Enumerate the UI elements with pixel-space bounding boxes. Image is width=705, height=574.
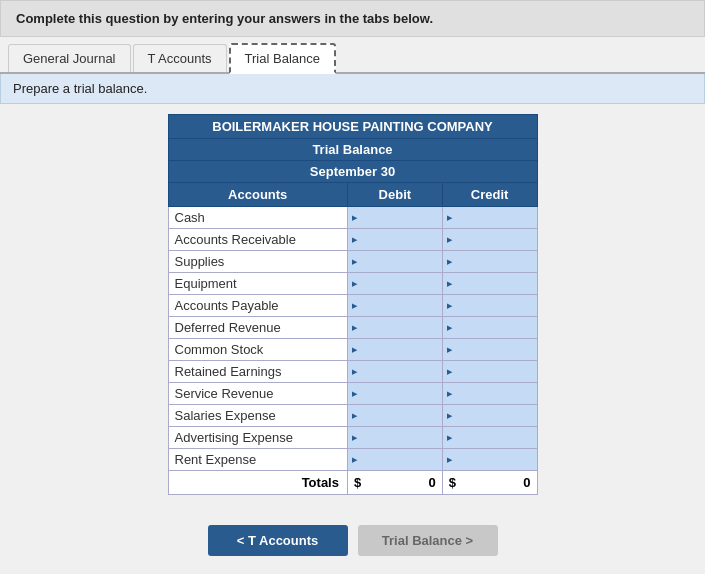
account-name-cell: Common Stock — [168, 339, 347, 361]
debit-input[interactable] — [359, 430, 438, 445]
debit-cell[interactable] — [347, 405, 442, 427]
credit-cell[interactable] — [442, 273, 537, 295]
credit-cell[interactable] — [442, 295, 537, 317]
debit-cell[interactable] — [347, 383, 442, 405]
credit-input[interactable] — [454, 232, 533, 247]
credit-cell[interactable] — [442, 383, 537, 405]
credit-input[interactable] — [454, 430, 533, 445]
debit-cell[interactable] — [347, 251, 442, 273]
credit-cell[interactable] — [442, 449, 537, 471]
table-title-header: Trial Balance — [168, 139, 537, 161]
credit-input[interactable] — [454, 298, 533, 313]
account-name-cell: Service Revenue — [168, 383, 347, 405]
tab-t-accounts[interactable]: T Accounts — [133, 44, 227, 72]
debit-cell[interactable] — [347, 339, 442, 361]
credit-input[interactable] — [454, 276, 533, 291]
account-name-cell: Accounts Payable — [168, 295, 347, 317]
credit-cell[interactable] — [442, 251, 537, 273]
debit-input[interactable] — [359, 364, 438, 379]
table-row: Advertising Expense — [168, 427, 537, 449]
table-row: Equipment — [168, 273, 537, 295]
debit-cell[interactable] — [347, 273, 442, 295]
debit-input[interactable] — [359, 298, 438, 313]
credit-cell[interactable] — [442, 405, 537, 427]
table-row: Supplies — [168, 251, 537, 273]
credit-input[interactable] — [454, 364, 533, 379]
debit-input[interactable] — [359, 320, 438, 335]
table-row: Accounts Payable — [168, 295, 537, 317]
account-name-cell: Cash — [168, 207, 347, 229]
tab-trial-balance[interactable]: Trial Balance — [229, 43, 336, 74]
debit-cell[interactable] — [347, 207, 442, 229]
credit-cell[interactable] — [442, 207, 537, 229]
debit-cell[interactable] — [347, 361, 442, 383]
debit-total-cell: $0 — [347, 471, 442, 495]
col-header-accounts: Accounts — [168, 183, 347, 207]
instruction-bar: Complete this question by entering your … — [0, 0, 705, 37]
table-date-header: September 30 — [168, 161, 537, 183]
account-name-cell: Supplies — [168, 251, 347, 273]
credit-cell[interactable] — [442, 229, 537, 251]
credit-cell[interactable] — [442, 339, 537, 361]
table-row: Deferred Revenue — [168, 317, 537, 339]
page-wrapper: Complete this question by entering your … — [0, 0, 705, 571]
table-row: Service Revenue — [168, 383, 537, 405]
credit-input[interactable] — [454, 386, 533, 401]
credit-input[interactable] — [454, 408, 533, 423]
col-header-debit: Debit — [347, 183, 442, 207]
debit-input[interactable] — [359, 232, 438, 247]
table-container: BOILERMAKER HOUSE PAINTING COMPANY Trial… — [0, 104, 705, 505]
account-name-cell: Salaries Expense — [168, 405, 347, 427]
debit-input[interactable] — [359, 408, 438, 423]
tabs-row: General Journal T Accounts Trial Balance — [0, 37, 705, 74]
credit-cell[interactable] — [442, 317, 537, 339]
debit-cell[interactable] — [347, 427, 442, 449]
bottom-nav: < T Accounts Trial Balance > — [0, 505, 705, 571]
table-row: Rent Expense — [168, 449, 537, 471]
account-name-cell: Retained Earnings — [168, 361, 347, 383]
debit-input[interactable] — [359, 386, 438, 401]
table-row: Cash — [168, 207, 537, 229]
debit-cell[interactable] — [347, 449, 442, 471]
account-name-cell: Equipment — [168, 273, 347, 295]
credit-input[interactable] — [454, 342, 533, 357]
debit-cell[interactable] — [347, 317, 442, 339]
debit-input[interactable] — [359, 342, 438, 357]
credit-input[interactable] — [454, 254, 533, 269]
prepare-text: Prepare a trial balance. — [13, 81, 147, 96]
credit-total-cell: $0 — [442, 471, 537, 495]
credit-input[interactable] — [454, 452, 533, 467]
credit-cell[interactable] — [442, 427, 537, 449]
debit-input[interactable] — [359, 452, 438, 467]
debit-input[interactable] — [359, 254, 438, 269]
debit-input[interactable] — [359, 210, 438, 225]
company-header: BOILERMAKER HOUSE PAINTING COMPANY — [168, 115, 537, 139]
debit-cell[interactable] — [347, 229, 442, 251]
table-row: Retained Earnings — [168, 361, 537, 383]
account-name-cell: Advertising Expense — [168, 427, 347, 449]
totals-row: Totals$0$0 — [168, 471, 537, 495]
prepare-bar: Prepare a trial balance. — [0, 74, 705, 104]
table-row: Salaries Expense — [168, 405, 537, 427]
account-name-cell: Accounts Receivable — [168, 229, 347, 251]
account-name-cell: Rent Expense — [168, 449, 347, 471]
debit-cell[interactable] — [347, 295, 442, 317]
account-name-cell: Deferred Revenue — [168, 317, 347, 339]
debit-input[interactable] — [359, 276, 438, 291]
instruction-text: Complete this question by entering your … — [16, 11, 433, 26]
next-button: Trial Balance > — [358, 525, 498, 556]
totals-label: Totals — [168, 471, 347, 495]
credit-cell[interactable] — [442, 361, 537, 383]
prev-button[interactable]: < T Accounts — [208, 525, 348, 556]
credit-input[interactable] — [454, 210, 533, 225]
tab-general-journal[interactable]: General Journal — [8, 44, 131, 72]
table-row: Accounts Receivable — [168, 229, 537, 251]
col-header-credit: Credit — [442, 183, 537, 207]
credit-input[interactable] — [454, 320, 533, 335]
table-row: Common Stock — [168, 339, 537, 361]
trial-balance-table: BOILERMAKER HOUSE PAINTING COMPANY Trial… — [168, 114, 538, 495]
